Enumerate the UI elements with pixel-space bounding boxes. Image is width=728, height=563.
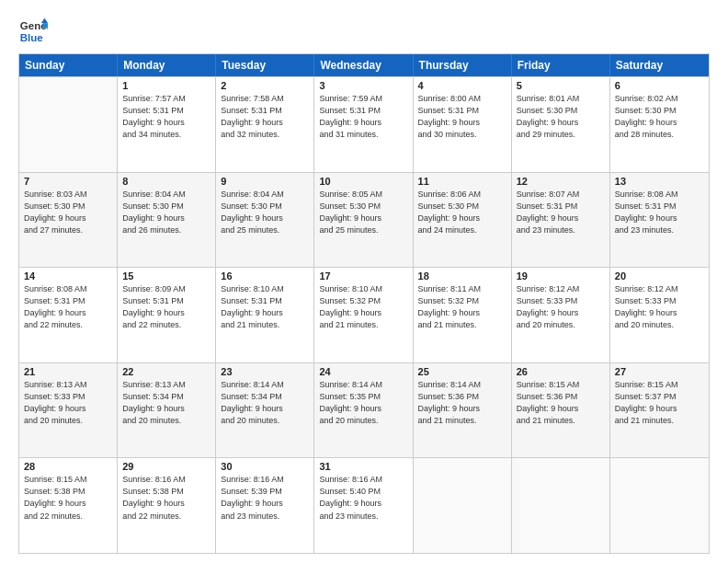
day-cell-29: 29Sunrise: 8:16 AMSunset: 5:38 PMDayligh… bbox=[118, 458, 216, 553]
day-cell-22: 22Sunrise: 8:13 AMSunset: 5:34 PMDayligh… bbox=[118, 363, 216, 458]
cell-line: Sunrise: 8:06 AM bbox=[418, 189, 506, 201]
cell-line: Sunrise: 8:13 AM bbox=[122, 379, 210, 391]
cell-line: Sunrise: 8:04 AM bbox=[122, 189, 210, 201]
cell-line: Sunset: 5:40 PM bbox=[319, 486, 407, 498]
cell-line: Sunset: 5:30 PM bbox=[319, 201, 407, 213]
day-number: 28 bbox=[24, 461, 112, 472]
cell-line: Daylight: 9 hours bbox=[221, 403, 309, 415]
cell-line: and 20 minutes. bbox=[221, 415, 309, 427]
day-number: 9 bbox=[221, 176, 309, 187]
cell-line: Daylight: 9 hours bbox=[319, 213, 407, 224]
cell-line: Daylight: 9 hours bbox=[221, 307, 309, 319]
cell-line: Daylight: 9 hours bbox=[122, 213, 210, 224]
cell-line: Sunrise: 7:59 AM bbox=[319, 93, 407, 105]
cell-line: Sunrise: 8:15 AM bbox=[24, 474, 112, 486]
weekday-header-thursday: Thursday bbox=[414, 54, 512, 76]
cell-line: and 21 minutes. bbox=[517, 415, 605, 427]
day-number: 21 bbox=[24, 366, 112, 377]
cell-line: Sunset: 5:31 PM bbox=[418, 105, 506, 117]
cell-line: Daylight: 9 hours bbox=[319, 403, 407, 415]
cell-line: Sunrise: 8:03 AM bbox=[24, 189, 112, 201]
cell-line: Daylight: 9 hours bbox=[615, 307, 704, 319]
cell-line: Sunset: 5:32 PM bbox=[418, 295, 506, 307]
cell-line: Daylight: 9 hours bbox=[517, 403, 605, 415]
cell-line: Sunrise: 8:15 AM bbox=[615, 379, 704, 391]
cell-line: Sunrise: 8:08 AM bbox=[24, 283, 112, 295]
day-cell-6: 6Sunrise: 8:02 AMSunset: 5:30 PMDaylight… bbox=[610, 77, 709, 172]
cell-line: Daylight: 9 hours bbox=[122, 117, 210, 129]
cell-line: and 21 minutes. bbox=[615, 415, 704, 427]
day-number: 18 bbox=[418, 270, 506, 282]
cell-line: and 28 minutes. bbox=[615, 129, 704, 141]
svg-marker-3 bbox=[43, 23, 48, 28]
empty-cell bbox=[512, 458, 610, 553]
cell-line: Sunset: 5:38 PM bbox=[24, 486, 112, 498]
cell-line: and 23 minutes. bbox=[517, 224, 605, 236]
cell-line: Sunset: 5:32 PM bbox=[319, 295, 407, 307]
cell-line: Daylight: 9 hours bbox=[517, 307, 605, 319]
cell-line: Sunset: 5:33 PM bbox=[615, 295, 704, 307]
day-number: 24 bbox=[319, 366, 407, 377]
day-number: 3 bbox=[319, 80, 407, 91]
day-cell-9: 9Sunrise: 8:04 AMSunset: 5:30 PMDaylight… bbox=[216, 173, 314, 268]
day-cell-23: 23Sunrise: 8:14 AMSunset: 5:34 PMDayligh… bbox=[216, 363, 314, 458]
day-cell-16: 16Sunrise: 8:10 AMSunset: 5:31 PMDayligh… bbox=[216, 268, 314, 362]
cell-line: Sunrise: 8:14 AM bbox=[319, 379, 407, 391]
day-number: 14 bbox=[24, 270, 112, 282]
cell-line: Sunrise: 8:09 AM bbox=[122, 283, 210, 295]
day-cell-21: 21Sunrise: 8:13 AMSunset: 5:33 PMDayligh… bbox=[19, 363, 118, 458]
cell-line: and 21 minutes. bbox=[319, 319, 407, 331]
cell-line: Sunrise: 8:05 AM bbox=[319, 189, 407, 201]
cell-line: and 31 minutes. bbox=[319, 129, 407, 141]
cell-line: Sunset: 5:30 PM bbox=[517, 105, 605, 117]
cell-line: and 34 minutes. bbox=[122, 129, 210, 141]
day-cell-12: 12Sunrise: 8:07 AMSunset: 5:31 PMDayligh… bbox=[512, 173, 610, 268]
cell-line: and 23 minutes. bbox=[615, 224, 704, 236]
cell-line: Daylight: 9 hours bbox=[517, 213, 605, 224]
cell-line: Sunset: 5:30 PM bbox=[122, 201, 210, 213]
day-number: 4 bbox=[418, 80, 506, 91]
cell-line: Sunset: 5:37 PM bbox=[615, 391, 704, 403]
cell-line: Daylight: 9 hours bbox=[122, 307, 210, 319]
cell-line: Daylight: 9 hours bbox=[24, 213, 112, 224]
cell-line: Sunrise: 8:14 AM bbox=[418, 379, 506, 391]
cell-line: Sunset: 5:31 PM bbox=[221, 105, 309, 117]
day-number: 10 bbox=[319, 176, 407, 187]
cell-line: Sunrise: 7:57 AM bbox=[122, 93, 210, 105]
day-cell-26: 26Sunrise: 8:15 AMSunset: 5:36 PMDayligh… bbox=[512, 363, 610, 458]
cell-line: Sunset: 5:30 PM bbox=[615, 105, 704, 117]
cell-line: and 23 minutes. bbox=[319, 511, 407, 523]
day-number: 29 bbox=[122, 461, 210, 472]
day-cell-31: 31Sunrise: 8:16 AMSunset: 5:40 PMDayligh… bbox=[314, 458, 413, 553]
day-number: 5 bbox=[517, 80, 605, 91]
cell-line: and 29 minutes. bbox=[517, 129, 605, 141]
cell-line: Daylight: 9 hours bbox=[615, 403, 704, 415]
cell-line: Sunset: 5:30 PM bbox=[24, 201, 112, 213]
cell-line: Sunrise: 8:16 AM bbox=[221, 474, 309, 486]
day-number: 13 bbox=[615, 176, 704, 187]
cell-line: Daylight: 9 hours bbox=[319, 117, 407, 129]
cell-line: Daylight: 9 hours bbox=[418, 403, 506, 415]
calendar-header: SundayMondayTuesdayWednesdayThursdayFrid… bbox=[19, 54, 709, 76]
calendar-row-3: 21Sunrise: 8:13 AMSunset: 5:33 PMDayligh… bbox=[19, 362, 709, 458]
day-cell-2: 2Sunrise: 7:58 AMSunset: 5:31 PMDaylight… bbox=[216, 77, 314, 172]
logo-icon: General Blue bbox=[18, 17, 48, 46]
cell-line: Daylight: 9 hours bbox=[24, 307, 112, 319]
day-number: 2 bbox=[221, 80, 309, 91]
cell-line: Sunset: 5:31 PM bbox=[221, 295, 309, 307]
cell-line: Sunset: 5:30 PM bbox=[221, 201, 309, 213]
cell-line: Sunset: 5:38 PM bbox=[122, 486, 210, 498]
cell-line: Daylight: 9 hours bbox=[122, 403, 210, 415]
calendar-body: 1Sunrise: 7:57 AMSunset: 5:31 PMDaylight… bbox=[19, 76, 709, 553]
day-number: 8 bbox=[122, 176, 210, 187]
cell-line: and 24 minutes. bbox=[418, 224, 506, 236]
cell-line: and 21 minutes. bbox=[418, 319, 506, 331]
cell-line: Sunset: 5:34 PM bbox=[221, 391, 309, 403]
day-cell-5: 5Sunrise: 8:01 AMSunset: 5:30 PMDaylight… bbox=[512, 77, 610, 172]
day-cell-27: 27Sunrise: 8:15 AMSunset: 5:37 PMDayligh… bbox=[610, 363, 709, 458]
cell-line: Sunrise: 8:15 AM bbox=[517, 379, 605, 391]
day-cell-18: 18Sunrise: 8:11 AMSunset: 5:32 PMDayligh… bbox=[414, 268, 512, 362]
logo: General Blue bbox=[18, 17, 48, 46]
weekday-header-tuesday: Tuesday bbox=[216, 54, 314, 76]
calendar-row-4: 28Sunrise: 8:15 AMSunset: 5:38 PMDayligh… bbox=[19, 457, 709, 553]
